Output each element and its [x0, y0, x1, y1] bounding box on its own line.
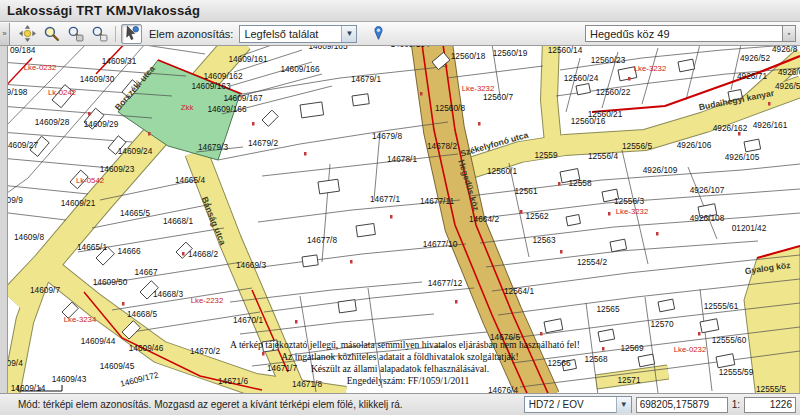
parcel-label: 12562	[525, 211, 548, 221]
zone-label: Lke-3232	[462, 84, 495, 93]
zoom-next-button[interactable]	[89, 24, 110, 44]
parcel-label: 12558	[568, 178, 591, 188]
parcel-label: 14609/8	[14, 232, 44, 242]
parcel-label: 14678/1	[387, 154, 417, 164]
parcel-label: 12556/3	[614, 196, 644, 206]
parcel-label: 14668/2	[188, 249, 218, 259]
parcel-label: 12555/59	[719, 367, 754, 377]
parcel-label: 12560/1	[487, 166, 517, 176]
identify-mode-label: Elem azonosítás:	[149, 28, 233, 40]
parcel-label: 12564/1	[504, 286, 534, 296]
parcel-label: 14609/21	[61, 198, 96, 208]
parcel-label: 14670/2	[190, 346, 220, 356]
zone-label: Lke-2232	[191, 296, 224, 305]
parcel-label: 12560/14	[548, 46, 583, 55]
map-area: 09/18414609/3114609/3009/19814609/284609…	[8, 46, 800, 393]
parcel-label: 12560/24	[564, 73, 599, 83]
identify-cursor-icon	[123, 25, 140, 42]
search-area: ▪	[585, 25, 796, 42]
parcel-label: 14609/167	[223, 93, 263, 103]
parcel-label: 12560/22	[596, 87, 631, 97]
status-bar: Mód: térképi elem azonosítás. Mozgasd az…	[0, 393, 800, 415]
zoom-previous-button[interactable]	[65, 24, 86, 44]
magnifier-icon	[43, 25, 60, 42]
parcel-label: 4926/109	[643, 165, 678, 175]
parcel-label: 14668/3	[153, 289, 183, 299]
collapsed-left-panel[interactable]	[0, 46, 8, 393]
pan-tool-button[interactable]	[17, 24, 38, 44]
parcel-label: 12556/5	[622, 141, 652, 151]
scale-input[interactable]	[744, 397, 796, 413]
parcel-label: 14677/1	[370, 194, 400, 204]
parcel-label: 14609/172	[119, 369, 160, 388]
toolbar: »	[0, 22, 800, 46]
parcel-label: 14677/10	[423, 239, 458, 249]
disclaimer-line: Engedélyszám: FF/1059/1/2011	[347, 375, 470, 386]
parcel-label: 14669/3	[236, 260, 266, 270]
parcel-label: 14609/46	[129, 343, 164, 353]
parcel-label: 609/9	[8, 195, 23, 205]
parcel-label: 14670/1	[233, 315, 263, 325]
parcel-label: 14609/166	[207, 104, 247, 114]
search-input[interactable]	[585, 25, 783, 42]
zoom-tool-button[interactable]	[41, 24, 62, 44]
parcel-label: 14609/43	[52, 374, 87, 384]
chevron-down-icon: ▼	[341, 26, 356, 42]
panel-expander-button[interactable]: »	[0, 23, 10, 45]
parcel-label: 14666	[117, 246, 140, 256]
identify-mode-value: Legfelső találat	[240, 28, 322, 40]
parcel-label: 4926/105	[725, 152, 760, 162]
parcel-label: 12565	[596, 304, 619, 314]
parcel-label: 14609/29	[84, 119, 119, 129]
header: Lakossági TRT KMJVlakosság	[0, 0, 800, 22]
parcel-label: 12569	[620, 343, 643, 353]
map-canvas[interactable]: 09/18414609/3114609/3009/19814609/284609…	[8, 46, 800, 393]
parcel-label: 4926/108	[690, 213, 725, 223]
identify-tool-button[interactable]	[121, 24, 142, 44]
parcel-label: 14609/165	[308, 46, 348, 51]
magnifier-lock-icon	[67, 25, 84, 42]
identify-mode-select[interactable]: Legfelső találat ▼	[239, 25, 357, 43]
parcel-label: 14609/31	[102, 56, 137, 66]
parcel-label: 4926/161	[753, 120, 788, 130]
zone-label: Lk-0242	[48, 88, 76, 97]
parcel-label: 14671/6	[218, 376, 248, 386]
parcel-label: 14668/1	[163, 216, 193, 226]
parcel-label: 14609/44	[81, 336, 116, 346]
parcel-label: 14679/2	[248, 138, 278, 148]
parcel-label: 14609/7	[30, 285, 60, 295]
scale-prefix-label: 1:	[732, 399, 740, 410]
zone-label: Lke-3232	[616, 207, 649, 216]
status-text: Mód: térképi elem azonosítás. Mozgasd az…	[0, 399, 403, 410]
parcel-label: 14665/1	[77, 242, 107, 252]
coordinates-input[interactable]	[636, 397, 728, 413]
parcel-label: 14609/50	[93, 277, 128, 287]
parcel-label: 12561	[514, 186, 537, 196]
chevron-down-icon: ▼	[616, 397, 631, 413]
disclaimer-line: Készült az állami alapadatok felhasználá…	[311, 363, 489, 374]
parcel-label: 14671/8	[292, 379, 322, 389]
parcel-label: 14609/14	[11, 383, 46, 393]
parcel-label: 4609/27	[8, 140, 38, 150]
parcel-label: 12568	[584, 354, 607, 364]
parcel-label: 14609/30	[80, 74, 115, 84]
parcel-label: 14668/5	[127, 309, 157, 319]
parcel-label: 14609/45	[100, 361, 135, 371]
search-clear-button[interactable]: ▪	[783, 25, 796, 42]
parcel-label: 14609/166	[280, 64, 320, 74]
parcel-label: 14609/28	[35, 117, 70, 127]
zone-label: Lk-0542	[76, 176, 104, 185]
projection-select[interactable]: HD72 / EOV ▼	[524, 396, 632, 413]
toolbar-separator	[115, 26, 116, 42]
page-title: Lakossági TRT KMJVlakosság	[7, 3, 200, 18]
parcel-label: 4926/71	[737, 71, 767, 81]
parcel-label: 14679/1	[351, 74, 381, 84]
parcel-label: 14679/8	[372, 131, 402, 141]
parcel-label: 14609/161	[228, 54, 268, 64]
parcel-label: 14676/4	[488, 385, 518, 393]
parcel-label: 12560/23	[591, 55, 626, 65]
parcel-label: 14665/5	[120, 208, 150, 218]
marker-button[interactable]	[368, 24, 389, 44]
app-window: Lakossági TRT KMJVlakosság »	[0, 0, 800, 415]
parcel-label: 14677/12	[428, 278, 463, 288]
